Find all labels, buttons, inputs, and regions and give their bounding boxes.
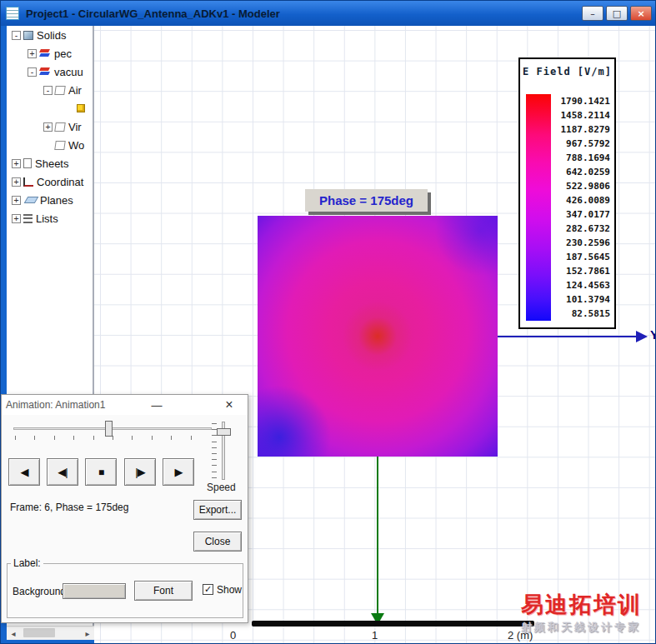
phase-slider-thumb[interactable] xyxy=(105,421,113,437)
cube-icon xyxy=(77,104,85,112)
app-window: Project1 - CircularWG_Antenna_ADKv1 - Mo… xyxy=(0,0,656,644)
tree-item-label: pec xyxy=(54,47,72,60)
phase-slider-ticks xyxy=(15,436,210,440)
window-controls: – □ × xyxy=(582,6,652,21)
legend-body: 1790.1421 1458.2114 1187.8279 967.5792 7… xyxy=(526,94,610,321)
y-axis-label: Y xyxy=(650,327,656,342)
tree-item-vir[interactable]: + Vir xyxy=(7,117,93,136)
dialog-titlebar[interactable]: Animation: Animation1 — × xyxy=(2,395,248,415)
legend-value: 152.7861 xyxy=(551,264,610,278)
tree-item-solids[interactable]: - Solids xyxy=(7,26,93,44)
legend-value: 426.0089 xyxy=(551,193,610,207)
expander-icon[interactable]: + xyxy=(12,159,21,168)
plane-icon xyxy=(24,197,39,203)
animation-dialog: Animation: Animation1 — × ◀ ◀| ■ |▶ ▶ Sp… xyxy=(1,394,248,623)
frame-status-text: Frame: 6, Phase = 175deg xyxy=(10,502,128,513)
material-icon xyxy=(39,48,51,58)
window-title: Project1 - CircularWG_Antenna_ADKv1 - Mo… xyxy=(26,7,582,20)
legend-value: 642.0259 xyxy=(551,165,610,179)
legend-value: 347.0177 xyxy=(551,207,610,222)
legend-color-bar xyxy=(526,94,551,321)
dialog-minimize-button[interactable]: — xyxy=(143,395,170,415)
dialog-close-button[interactable]: × xyxy=(215,395,243,415)
close-button[interactable]: × xyxy=(630,6,652,21)
background-label: Background: xyxy=(13,586,68,597)
dialog-close-action-button[interactable]: Close xyxy=(193,532,242,552)
scale-bar xyxy=(252,621,534,627)
expander-icon[interactable]: + xyxy=(12,177,21,187)
legend-title: E Field [V/m] xyxy=(520,66,614,77)
legend-value: 967.5792 xyxy=(551,137,610,151)
step-forward-button[interactable]: |▶ xyxy=(124,458,156,486)
expander-icon[interactable]: - xyxy=(28,67,37,77)
label-groupbox: Label: Background: Font ✓ Show xyxy=(7,563,243,618)
legend-value: 1790.1421 xyxy=(551,94,610,108)
play-reverse-button[interactable]: ◀ xyxy=(8,458,40,486)
field-legend: E Field [V/m] 1790.1421 1458.2114 1187.8… xyxy=(518,57,616,329)
legend-value: 788.1694 xyxy=(551,151,610,165)
expander-icon[interactable]: + xyxy=(12,196,21,205)
tree-item-cube[interactable] xyxy=(7,99,93,117)
tree-item-label: Solids xyxy=(37,29,66,42)
shape-icon xyxy=(54,141,66,150)
watermark: 易迪拓培训 射频和天线设计专家 xyxy=(521,594,642,632)
stop-button[interactable]: ■ xyxy=(85,458,117,486)
legend-value: 101.3794 xyxy=(551,292,610,307)
restore-button[interactable]: □ xyxy=(606,6,628,21)
tree-item-pec[interactable]: + pec xyxy=(7,44,93,62)
legend-values: 1790.1421 1458.2114 1187.8279 967.5792 7… xyxy=(551,94,610,321)
export-button[interactable]: Export... xyxy=(193,500,242,520)
legend-value: 1458.2114 xyxy=(551,108,610,122)
y-axis-arrow-icon xyxy=(636,331,648,342)
tree-item-wo[interactable]: Wo xyxy=(7,136,93,154)
font-button[interactable]: Font xyxy=(134,581,193,601)
tree-item-planes[interactable]: + Planes xyxy=(7,191,93,209)
expander-icon[interactable]: + xyxy=(43,122,53,132)
expander-icon[interactable]: - xyxy=(43,86,53,95)
ruler-tick: 0 xyxy=(230,629,236,642)
step-back-button[interactable]: ◀| xyxy=(47,458,78,486)
tree-item-label: vacuu xyxy=(54,66,83,78)
play-forward-button[interactable]: ▶ xyxy=(163,458,194,486)
tree-item-label: Planes xyxy=(40,194,73,207)
phase-label: Phase = 175deg xyxy=(305,189,428,212)
axes-icon xyxy=(23,177,33,187)
scrollbar-thumb[interactable] xyxy=(23,628,55,637)
shape-icon xyxy=(54,122,66,132)
material-icon xyxy=(39,67,51,77)
expander-icon[interactable]: + xyxy=(28,49,37,58)
tree-item-label: Wo xyxy=(68,139,84,152)
tree-horizontal-scrollbar[interactable]: ◂ ▸ xyxy=(7,626,94,640)
tree-item-vacuum[interactable]: - vacuu xyxy=(7,62,93,81)
legend-value: 522.9806 xyxy=(551,179,610,193)
z-axis-line xyxy=(377,457,378,615)
scrollbar-track[interactable] xyxy=(20,626,81,641)
minimize-button[interactable]: – xyxy=(582,6,603,21)
speed-label: Speed xyxy=(207,482,236,493)
titlebar[interactable]: Project1 - CircularWG_Antenna_ADKv1 - Mo… xyxy=(1,1,656,26)
tree-item-air[interactable]: - Air xyxy=(7,81,93,99)
legend-value: 82.5815 xyxy=(551,307,610,321)
tree-item-label: Vir xyxy=(68,121,82,133)
scroll-left-icon[interactable]: ◂ xyxy=(7,627,20,640)
tree-item-lists[interactable]: + Lists xyxy=(7,209,93,227)
watermark-line1: 易迪拓培训 xyxy=(521,594,642,617)
speed-slider-thumb[interactable] xyxy=(217,428,231,436)
watermark-line2: 射频和天线设计专家 xyxy=(521,622,642,632)
phase-slider-track[interactable] xyxy=(13,427,212,430)
show-checkbox[interactable]: ✓ xyxy=(203,584,213,595)
y-axis-line xyxy=(498,336,638,337)
expander-icon[interactable]: + xyxy=(12,214,21,223)
background-color-swatch[interactable] xyxy=(63,583,126,599)
expander-icon[interactable]: - xyxy=(12,31,21,40)
legend-value: 187.5645 xyxy=(551,250,610,264)
label-groupbox-title: Label: xyxy=(11,557,43,569)
tree-item-coordinates[interactable]: + Coordinat xyxy=(7,172,93,191)
sheet-icon xyxy=(23,158,32,168)
app-icon xyxy=(6,7,19,20)
scroll-right-icon[interactable]: ▸ xyxy=(81,627,94,640)
tree-item-sheets[interactable]: + Sheets xyxy=(7,154,93,172)
legend-value: 1187.8279 xyxy=(551,122,610,137)
list-icon xyxy=(23,214,33,223)
dialog-title: Animation: Animation1 xyxy=(6,399,105,411)
